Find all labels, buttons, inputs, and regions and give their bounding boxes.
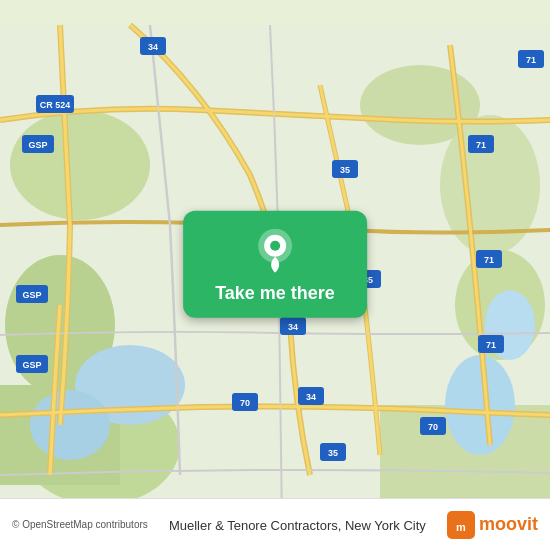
svg-text:35: 35 (340, 165, 350, 175)
svg-text:70: 70 (240, 398, 250, 408)
svg-text:34: 34 (148, 42, 158, 52)
svg-point-47 (270, 241, 280, 251)
svg-text:m: m (456, 521, 466, 533)
svg-point-11 (445, 355, 515, 455)
svg-text:GSP: GSP (22, 290, 41, 300)
svg-text:35: 35 (328, 448, 338, 458)
svg-text:71: 71 (476, 140, 486, 150)
map-container: 34 34 34 35 35 35 71 71 71 71 GSP GSP (0, 0, 550, 550)
take-me-there-label: Take me there (215, 283, 335, 304)
svg-text:34: 34 (288, 322, 298, 332)
moovit-icon: m (447, 511, 475, 539)
svg-text:71: 71 (486, 340, 496, 350)
location-pin-icon (257, 229, 293, 277)
bottom-bar: © OpenStreetMap contributors Mueller & T… (0, 498, 550, 550)
take-me-there-button[interactable]: Take me there (183, 211, 367, 318)
moovit-logo: m moovit (447, 511, 538, 539)
location-label: Mueller & Tenore Contractors, New York C… (169, 516, 426, 534)
svg-text:70: 70 (428, 422, 438, 432)
take-me-there-container: Take me there (183, 211, 367, 318)
svg-text:71: 71 (526, 55, 536, 65)
svg-point-1 (10, 110, 150, 220)
svg-point-10 (30, 390, 110, 460)
svg-text:GSP: GSP (22, 360, 41, 370)
svg-text:GSP: GSP (28, 140, 47, 150)
svg-text:CR 524: CR 524 (40, 100, 71, 110)
moovit-wordmark: moovit (479, 514, 538, 535)
svg-text:71: 71 (484, 255, 494, 265)
attribution: © OpenStreetMap contributors (12, 519, 148, 530)
svg-text:34: 34 (306, 392, 316, 402)
